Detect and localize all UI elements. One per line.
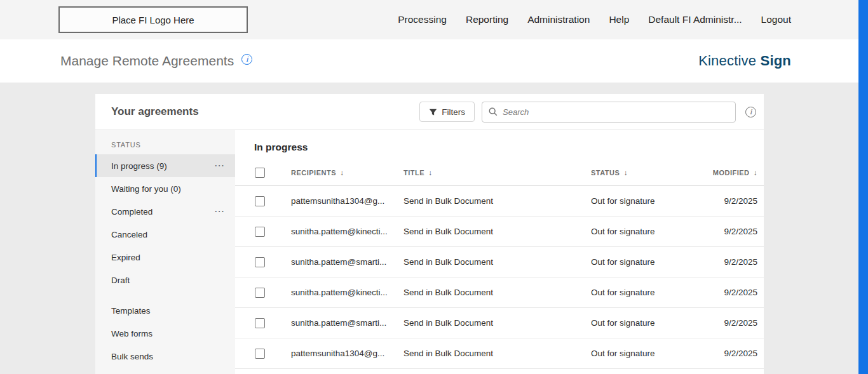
kinective-sign-logo: Kinective Sign (698, 53, 791, 69)
agreements-info-icon[interactable]: i (745, 107, 756, 117)
cell-title: Send in Bulk Document (403, 288, 591, 297)
row-checkbox[interactable] (255, 227, 265, 237)
in-progress-menu-icon[interactable]: ⋯ (214, 161, 225, 171)
nav-administration[interactable]: Administration (527, 14, 590, 25)
cell-title: Send in Bulk Document (403, 196, 591, 206)
sidebar-item-label: Completed (111, 207, 153, 217)
sort-desc-icon: ↓ (754, 168, 758, 177)
cell-modified: 9/2/2025 (712, 349, 757, 358)
cell-title: Send in Bulk Document (403, 257, 591, 267)
cell-recipients: pattemsunitha1304@g... (291, 196, 403, 206)
sidebar-item-label: Templates (111, 306, 151, 316)
row-checkbox[interactable] (255, 318, 265, 328)
search-icon (489, 107, 498, 116)
sidebar-item-completed[interactable]: Completed ⋯ (95, 200, 235, 223)
cell-modified: 9/2/2025 (712, 257, 757, 267)
column-header-title[interactable]: TITLE↓ (403, 168, 591, 177)
agreements-card: Your agreements Filters i STATUS (95, 94, 764, 374)
cell-status: Out for signature (591, 349, 712, 358)
row-checkbox[interactable] (255, 196, 265, 206)
cell-title: Send in Bulk Document (403, 318, 591, 328)
sidebar-item-label: Canceled (111, 230, 147, 239)
page-info-icon[interactable]: i (241, 54, 252, 65)
column-header-modified[interactable]: MODIFIED↓ (712, 168, 757, 177)
sort-desc-icon: ↓ (340, 168, 344, 177)
agreements-title: Your agreements (111, 105, 419, 118)
sidebar-item-label: Draft (111, 276, 130, 285)
table-row[interactable]: sunitha.pattem@kinecti... Send in Bulk D… (235, 277, 764, 308)
top-menu: Processing Reporting Administration Help… (398, 14, 791, 25)
table-row[interactable]: sunitha.pattem@smarti... Send in Bulk Do… (235, 247, 764, 277)
sidebar-item-label: Web forms (111, 329, 153, 338)
main-content: Your agreements Filters i STATUS (0, 83, 868, 374)
cell-status: Out for signature (591, 288, 712, 297)
agreements-card-header: Your agreements Filters i (95, 94, 764, 130)
nav-help[interactable]: Help (609, 14, 629, 25)
table-row[interactable]: sunitha.pattem@smarti... Send in Bulk Do… (235, 308, 764, 338)
page-title-wrap: Manage Remote Agreements i (60, 53, 252, 69)
table-row[interactable]: pattemsunitha1304@g... Send in Bulk Docu… (235, 186, 764, 217)
row-checkbox[interactable] (255, 257, 265, 267)
table-row[interactable]: pattemsunitha1304@g... Send in Bulk Docu… (235, 338, 764, 369)
cell-recipients: sunitha.pattem@kinecti... (291, 227, 403, 236)
filters-button-label: Filters (442, 107, 465, 117)
cell-recipients: sunitha.pattem@kinecti... (291, 288, 403, 297)
nav-logout[interactable]: Logout (761, 14, 791, 25)
filter-funnel-icon (429, 108, 437, 116)
filters-button[interactable]: Filters (419, 102, 475, 122)
cell-modified: 9/2/2025 (712, 318, 757, 328)
row-checkbox[interactable] (255, 288, 265, 298)
fi-logo-placeholder: Place FI Logo Here (58, 6, 248, 33)
cell-title: Send in Bulk Document (403, 349, 591, 358)
sidebar-item-label: Waiting for you (0) (111, 184, 181, 194)
vertical-scrollbar[interactable] (858, 0, 868, 374)
sidebar-divider-gap (95, 291, 235, 299)
sidebar-item-in-progress[interactable]: In progress (9) ⋯ (95, 154, 235, 177)
search-box (482, 102, 736, 123)
brand-name: Kinective (698, 53, 756, 69)
page-title: Manage Remote Agreements (60, 53, 234, 69)
agreements-table-area: In progress RECIPIENTS↓ TITLE↓ STATUS↓ M… (235, 130, 764, 374)
cell-recipients: pattemsunitha1304@g... (291, 349, 403, 358)
table-row[interactable]: sunitha.pattem@kinecti... Send in Bulk D… (235, 217, 764, 247)
sidebar-item-expired[interactable]: Expired (95, 246, 235, 269)
table-header-row: RECIPIENTS↓ TITLE↓ STATUS↓ MODIFIED↓ (235, 159, 764, 186)
sidebar-item-web-forms[interactable]: Web forms (95, 322, 235, 345)
agreements-card-body: STATUS In progress (9) ⋯ Waiting for you… (95, 130, 764, 374)
sidebar-item-label: Bulk sends (111, 352, 153, 361)
cell-modified: 9/2/2025 (712, 196, 757, 206)
sidebar-item-draft[interactable]: Draft (95, 269, 235, 291)
cell-status: Out for signature (591, 227, 712, 236)
sidebar-item-label: In progress (9) (111, 161, 167, 171)
cell-title: Send in Bulk Document (403, 227, 591, 236)
page-header: Manage Remote Agreements i Kinective Sig… (0, 39, 868, 83)
fi-logo-placeholder-text: Place FI Logo Here (112, 15, 194, 25)
select-all-checkbox[interactable] (255, 168, 265, 178)
brand-suffix: Sign (761, 53, 791, 69)
nav-reporting[interactable]: Reporting (466, 14, 508, 25)
sidebar-item-canceled[interactable]: Canceled (95, 223, 235, 246)
sidebar-item-bulk-sends[interactable]: Bulk sends (95, 345, 235, 368)
nav-processing[interactable]: Processing (398, 14, 447, 25)
cell-status: Out for signature (591, 318, 712, 328)
sidebar-item-templates[interactable]: Templates (95, 299, 235, 322)
nav-current-user[interactable]: Default FI Administr... (648, 14, 742, 25)
cell-recipients: sunitha.pattem@smarti... (291, 257, 403, 267)
agreements-sidebar: STATUS In progress (9) ⋯ Waiting for you… (95, 130, 235, 374)
cell-status: Out for signature (591, 257, 712, 267)
cell-recipients: sunitha.pattem@smarti... (291, 318, 403, 328)
search-input[interactable] (503, 107, 729, 117)
table-section-title: In progress (254, 142, 764, 153)
cell-status: Out for signature (591, 196, 712, 206)
sidebar-item-waiting-for-you[interactable]: Waiting for you (0) (95, 177, 235, 200)
top-nav-bar: Place FI Logo Here Processing Reporting … (0, 0, 868, 39)
sidebar-status-heading: STATUS (111, 141, 235, 149)
row-checkbox[interactable] (255, 349, 265, 359)
sort-desc-icon: ↓ (623, 168, 628, 177)
column-header-recipients[interactable]: RECIPIENTS↓ (291, 168, 403, 177)
cell-modified: 9/2/2025 (712, 288, 757, 297)
column-header-status[interactable]: STATUS↓ (591, 168, 712, 177)
completed-menu-icon[interactable]: ⋯ (214, 206, 225, 217)
sort-desc-icon: ↓ (428, 168, 433, 177)
sidebar-item-label: Expired (111, 253, 140, 262)
